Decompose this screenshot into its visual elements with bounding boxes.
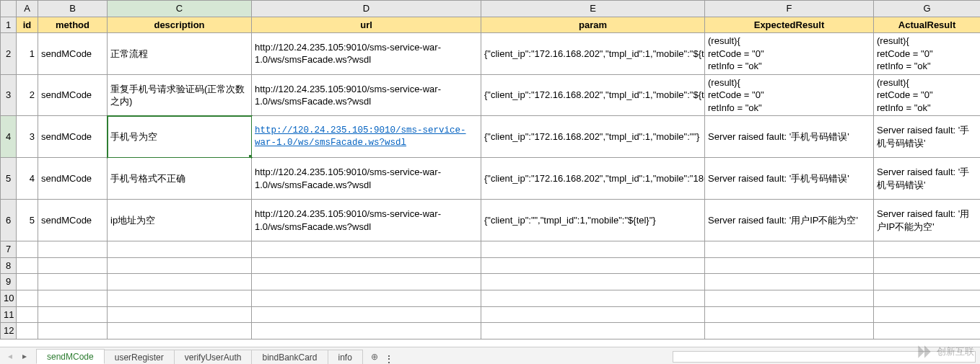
grid-table: A B C D E F G 1 id method description ur…: [0, 0, 980, 339]
cell-G1[interactable]: ActualResult: [874, 17, 981, 33]
new-sheet-icon[interactable]: ⊕: [367, 350, 382, 364]
cell-param[interactable]: {"client_ip":"","tmpl_id":1,"mobile":"${…: [481, 200, 705, 241]
row-header-12[interactable]: 12: [1, 323, 17, 339]
col-header-A[interactable]: A: [17, 1, 38, 17]
sheet-tab-userRegister[interactable]: userRegister: [104, 350, 175, 364]
sheet-tabs: sendMCode userRegister verifyUserAuth bi…: [36, 349, 362, 364]
cell-id[interactable]: 4: [17, 158, 38, 200]
cell-actual[interactable]: (result){ retCode = "0" retInfo = "ok": [874, 74, 981, 116]
cell-param[interactable]: {"client_ip":"172.16.168.202","tmpl_id":…: [481, 116, 705, 158]
row-header-8[interactable]: 8: [1, 257, 17, 274]
cell-param[interactable]: {"client_ip":"172.16.168.202","tmpl_id":…: [481, 158, 705, 200]
cell-id[interactable]: 3: [17, 116, 38, 158]
cell-F1[interactable]: ExpectedResult: [705, 17, 874, 33]
cell-description[interactable]: ip地址为空: [108, 200, 252, 241]
col-header-G[interactable]: G: [874, 1, 981, 17]
cell-description[interactable]: 正常流程: [108, 33, 252, 75]
cell-param[interactable]: {"client_ip":"172.16.168.202","tmpl_id":…: [481, 74, 705, 116]
col-header-F[interactable]: F: [705, 1, 874, 17]
cell-actual[interactable]: (result){ retCode = "0" retInfo = "ok": [874, 33, 981, 75]
cell-actual[interactable]: Server raised fault: '手机号码错误': [874, 116, 981, 158]
empty-row: 11: [1, 306, 981, 323]
cell-expected[interactable]: (result){ retCode = "0" retInfo = "ok": [705, 33, 874, 75]
tab-nav-prev-icon[interactable]: ▸: [18, 350, 31, 363]
sheet-tab-bindBankCard[interactable]: bindBankCard: [251, 350, 328, 364]
cell-D1[interactable]: url: [252, 17, 481, 33]
empty-row: 12: [1, 323, 981, 339]
row-header-7[interactable]: 7: [1, 241, 17, 258]
cell-B1[interactable]: method: [38, 17, 108, 33]
row-header-3[interactable]: 3: [1, 74, 17, 116]
cell-url[interactable]: http://120.24.235.105:9010/sms-service-w…: [252, 74, 481, 116]
empty-row: 7: [1, 241, 981, 258]
hyperlink[interactable]: http://120.24.235.105:9010/sms-service-w…: [255, 125, 466, 148]
row-header-5[interactable]: 5: [1, 158, 17, 200]
table-row: 3 2 sendMCode 重复手机号请求验证码(正常次数之内) http://…: [1, 74, 981, 116]
row-header-11[interactable]: 11: [1, 306, 17, 323]
table-row: 5 4 sendMCode 手机号格式不正确 http://120.24.235…: [1, 158, 981, 200]
spreadsheet-area[interactable]: A B C D E F G 1 id method description ur…: [0, 0, 980, 347]
cell-description-selected[interactable]: 手机号为空: [108, 116, 252, 158]
table-row: 2 1 sendMCode 正常流程 http://120.24.235.105…: [1, 33, 981, 75]
cell-method[interactable]: sendMCode: [38, 116, 108, 158]
cell-A1[interactable]: id: [17, 17, 38, 33]
empty-row: 8: [1, 257, 981, 274]
row-header-10[interactable]: 10: [1, 290, 17, 307]
cell-expected[interactable]: Server raised fault: '手机号码错误': [705, 116, 874, 158]
row-header-2[interactable]: 2: [1, 33, 17, 75]
cell-description[interactable]: 重复手机号请求验证码(正常次数之内): [108, 74, 252, 116]
table-row: 6 5 sendMCode ip地址为空 http://120.24.235.1…: [1, 200, 981, 241]
row-header-4[interactable]: 4: [1, 116, 17, 158]
cell-method[interactable]: sendMCode: [38, 74, 108, 116]
col-header-D[interactable]: D: [252, 1, 481, 17]
table-row: 4 3 sendMCode 手机号为空 http://120.24.235.10…: [1, 116, 981, 158]
cell-description[interactable]: 手机号格式不正确: [108, 158, 252, 200]
cell-method[interactable]: sendMCode: [38, 200, 108, 241]
sheet-tab-sendMCode[interactable]: sendMCode: [36, 349, 105, 364]
cell-id[interactable]: 1: [17, 33, 38, 75]
cell-expected[interactable]: Server raised fault: '手机号码错误': [705, 158, 874, 200]
cell-url[interactable]: http://120.24.235.105:9010/sms-service-w…: [252, 33, 481, 75]
sheet-tab-bar: ◂ ▸ sendMCode userRegister verifyUserAut…: [0, 347, 980, 364]
cell-actual[interactable]: Server raised fault: '手机号码错误': [874, 158, 981, 200]
cell-E1[interactable]: param: [481, 17, 705, 33]
cell-id[interactable]: 2: [17, 74, 38, 116]
empty-row: 9: [1, 274, 981, 290]
row-header-9[interactable]: 9: [1, 274, 17, 290]
cell-method[interactable]: sendMCode: [38, 33, 108, 75]
cell-url-link[interactable]: http://120.24.235.105:9010/sms-service-w…: [252, 116, 481, 158]
cell-url[interactable]: http://120.24.235.105:9010/sms-service-w…: [252, 158, 481, 200]
cell-expected[interactable]: (result){ retCode = "0" retInfo = "ok": [705, 74, 874, 116]
sheet-tab-verifyUserAuth[interactable]: verifyUserAuth: [174, 350, 253, 364]
empty-row: 10: [1, 290, 981, 307]
cell-param[interactable]: {"client_ip":"172.16.168.202","tmpl_id":…: [481, 33, 705, 75]
cell-method[interactable]: sendMCode: [38, 158, 108, 200]
cell-C1[interactable]: description: [108, 17, 252, 33]
row-header-6[interactable]: 6: [1, 200, 17, 241]
select-all-corner[interactable]: [1, 1, 17, 17]
tab-nav-first-icon[interactable]: ◂: [4, 350, 17, 363]
column-header-row: A B C D E F G: [1, 1, 981, 17]
col-header-C[interactable]: C: [108, 1, 252, 17]
cell-actual[interactable]: Server raised fault: '用户IP不能为空': [874, 200, 981, 241]
sheet-tab-info[interactable]: info: [328, 350, 363, 364]
cell-url[interactable]: http://120.24.235.105:9010/sms-service-w…: [252, 200, 481, 241]
cell-id[interactable]: 5: [17, 200, 38, 241]
cell-expected[interactable]: Server raised fault: '用户IP不能为空': [705, 200, 874, 241]
col-header-B[interactable]: B: [38, 1, 108, 17]
col-header-E[interactable]: E: [481, 1, 705, 17]
sheet-header-row: 1 id method description url param Expect…: [1, 17, 981, 33]
horizontal-scrollbar[interactable]: [673, 351, 976, 363]
row-header-1[interactable]: 1: [1, 17, 17, 33]
